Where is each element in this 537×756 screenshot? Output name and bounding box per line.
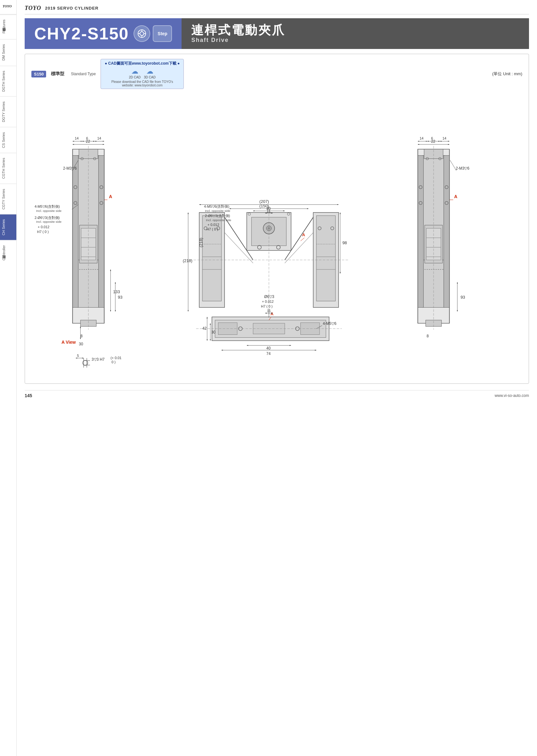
sidebar-logo: TOYO [0, 0, 17, 15]
svg-text:+ 0.012: + 0.012 [38, 225, 50, 229]
product-banner: CHY2-S150 Step 連桿式電動夾爪 Shaft Drive [25, 18, 529, 49]
cad-title: ● CAD圖面可至www.toyorobot.com下載 ● [105, 61, 180, 66]
svg-text:133: 133 [113, 289, 120, 294]
cad-icons: ☁ 2D CAD ☁ 3D CAD [129, 67, 156, 79]
svg-text:14: 14 [420, 136, 424, 140]
footer-website: www.vi-so-auto.com [495, 393, 529, 398]
svg-text:93: 93 [461, 295, 465, 300]
svg-rect-20 [99, 156, 104, 308]
sidebar-sections: 特長與規 Features DM Series DGTH Series DGTY… [0, 15, 16, 756]
svg-rect-74 [316, 216, 335, 301]
drawing-container: S150 標準型 Standard Type ● CAD圖面可至www.toyo… [25, 54, 529, 384]
svg-text:14: 14 [97, 136, 101, 140]
sidebar-item-dm[interactable]: DM Series [0, 39, 16, 65]
svg-text:0  ): 0 ) [111, 360, 116, 364]
svg-point-173 [83, 360, 88, 365]
cad-2d-label: 2D CAD [129, 76, 141, 79]
svg-text:2-Ø6▽3(含對側): 2-Ø6▽3(含對側) [205, 214, 230, 218]
svg-text:2-M3▽6: 2-M3▽6 [63, 166, 77, 170]
svg-text:8: 8 [427, 334, 429, 338]
svg-text:93: 93 [118, 295, 122, 300]
svg-text:A: A [302, 232, 305, 237]
svg-text:3▽3 H7: 3▽3 H7 [92, 357, 105, 362]
svg-text:11: 11 [267, 209, 270, 213]
svg-line-138 [450, 160, 456, 171]
sidebar-item-cgty[interactable]: CGTY Series [0, 184, 16, 214]
banner-icons: Step [134, 25, 172, 42]
svg-text:4-M5▽6: 4-M5▽6 [323, 321, 337, 326]
svg-text:A: A [454, 194, 457, 199]
svg-text:A View: A View [62, 340, 76, 345]
svg-text:6: 6 [431, 136, 433, 140]
sidebar-item-controller[interactable]: 控制器 Controller [0, 240, 16, 266]
svg-text:5: 5 [77, 354, 79, 358]
cloud-2d-icon: ☁ [131, 67, 138, 76]
header-title: 2019 SERVO CYLINDER [45, 6, 99, 11]
svg-rect-116 [444, 156, 450, 308]
svg-text:74: 74 [267, 352, 271, 356]
svg-text:Incl. opposite side: Incl. opposite side [36, 220, 62, 223]
svg-point-2 [140, 32, 144, 36]
sidebar-item-features[interactable]: 特長與規 Features [0, 15, 16, 39]
svg-text:40: 40 [267, 346, 271, 351]
svg-text:8: 8 [80, 334, 83, 338]
svg-rect-115 [418, 156, 424, 308]
svg-text:TOYO: TOYO [3, 4, 12, 8]
sidebar-item-cgth[interactable]: CGTH Series [0, 153, 16, 183]
svg-text:2-Ø6▽3(含對側): 2-Ø6▽3(含對側) [35, 216, 60, 220]
toyo-logo: TOYO [25, 5, 41, 12]
page-footer: 145 www.vi-so-auto.com [25, 390, 529, 398]
standard-type-zh: 標準型 [51, 71, 64, 77]
svg-text:30: 30 [211, 330, 216, 334]
cad-subtitle: Please download the CAD file from TOYO's [111, 80, 173, 84]
svg-rect-122 [426, 228, 441, 260]
sidebar-item-cs[interactable]: CS Series [0, 127, 16, 153]
svg-text:14: 14 [75, 136, 79, 140]
cad-3d-icon[interactable]: ☁ 3D CAD [144, 67, 156, 79]
page-number: 145 [25, 393, 32, 398]
cloud-3d-icon: ☁ [146, 67, 153, 76]
svg-text:98: 98 [342, 240, 347, 245]
standard-type-en: Standard Type [71, 72, 96, 76]
banner-left: CHY2-S150 Step [25, 18, 182, 49]
unit-info: (單位 Unit : mm) [492, 71, 522, 77]
sidebar-item-ch[interactable]: CH Series [0, 214, 16, 240]
sidebar-item-dgth[interactable]: DGTH Series [0, 66, 16, 96]
cad-website: website: www.toyorobot.com [122, 84, 163, 87]
svg-text:+ 0.012: + 0.012 [208, 223, 219, 227]
svg-text:(218): (218) [198, 238, 203, 247]
svg-text:(218): (218) [183, 258, 192, 263]
product-name-zh: 連桿式電動夾爪 [191, 24, 519, 37]
sidebar: TOYO 特長與規 Features DM Series DGTH Series… [0, 0, 17, 756]
svg-rect-19 [73, 156, 78, 308]
svg-text:Incl. opposite side: Incl. opposite side [205, 209, 230, 212]
sidebar-item-dgty[interactable]: DGTY Series [0, 96, 16, 127]
svg-text:(+ 0.01: (+ 0.01 [110, 356, 121, 360]
svg-text:Incl. opposite side: Incl. opposite side [206, 218, 231, 222]
svg-text:H7 (    0    ): H7 ( 0 ) [207, 227, 218, 231]
cad-3d-label: 3D CAD [144, 76, 156, 79]
svg-text:30: 30 [79, 342, 83, 346]
drawing-info-bar: S150 標準型 Standard Type ● CAD圖面可至www.toyo… [31, 59, 522, 89]
svg-text:4-M5▽6(含對側): 4-M5▽6(含對側) [35, 205, 60, 208]
banner-right: 連桿式電動夾爪 Shaft Drive [182, 18, 529, 49]
svg-text:H7 (    0    ): H7 ( 0 ) [37, 230, 49, 234]
main-content: TOYO 2019 SERVO CYLINDER CHY2-S150 Step [17, 0, 537, 408]
svg-text:Ø6▽3: Ø6▽3 [264, 294, 274, 299]
technical-drawing-svg: A 22 14 6 14 2-M3▽6 [31, 92, 522, 377]
svg-text:42: 42 [202, 326, 207, 331]
svg-text:11: 11 [267, 309, 271, 313]
page-header: TOYO 2019 SERVO CYLINDER [25, 5, 529, 15]
step-icon: Step [153, 25, 172, 42]
svg-text:2-M3▽6: 2-M3▽6 [456, 166, 470, 170]
svg-rect-26 [81, 228, 96, 260]
svg-text:+ 0.012: + 0.012 [262, 300, 274, 303]
svg-line-87 [301, 238, 305, 241]
cad-download-box[interactable]: ● CAD圖面可至www.toyorobot.com下載 ● ☁ 2D CAD … [101, 59, 184, 89]
svg-text:(207): (207) [259, 199, 269, 204]
product-name-en: Shaft Drive [191, 37, 519, 44]
cad-2d-icon[interactable]: ☁ 2D CAD [129, 67, 141, 79]
svg-text:14: 14 [442, 136, 446, 140]
s150-badge: S150 [31, 71, 46, 77]
svg-text:A: A [109, 194, 112, 199]
